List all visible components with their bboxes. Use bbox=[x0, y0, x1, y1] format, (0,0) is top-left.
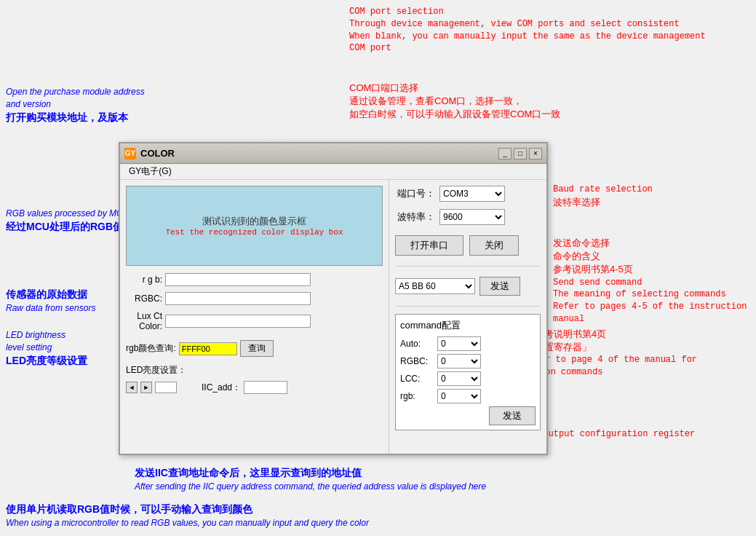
config-box: command配置 Auto: 0 1 RGBC: 0 1 bbox=[395, 314, 541, 430]
divider1 bbox=[395, 266, 541, 267]
config-auto-select[interactable]: 0 1 bbox=[437, 336, 481, 351]
color-query-input[interactable] bbox=[179, 342, 237, 355]
baud-select[interactable]: 9600 115200 4800 bbox=[439, 209, 505, 225]
send-button[interactable]: 发送 bbox=[480, 277, 520, 296]
config-rgbc-select[interactable]: 0 1 bbox=[437, 354, 481, 368]
window-title: COLOR bbox=[140, 148, 175, 159]
port-label: 端口号： bbox=[395, 187, 435, 200]
config-lcc-select[interactable]: 0 1 bbox=[437, 371, 481, 386]
baud-label: 波特率： bbox=[395, 210, 435, 224]
divider2 bbox=[395, 306, 541, 307]
title-controls: _ □ × bbox=[498, 148, 542, 159]
color-window: GY COLOR _ □ × GY电子(G) 测试识别到的颜色显示框 Test … bbox=[119, 142, 548, 455]
rgb-row: r g b: bbox=[126, 273, 383, 286]
iic-label: IIC_add： bbox=[202, 382, 241, 394]
scroll-left-btn[interactable]: ◄ bbox=[126, 382, 138, 393]
open-module-annotation: Open the purchase module address and ver… bbox=[6, 86, 145, 125]
rgb-input[interactable] bbox=[165, 273, 311, 286]
com-port-en1: Through device management, view COM port… bbox=[349, 18, 706, 31]
color-query-label: rgb颜色查询: bbox=[126, 342, 176, 355]
com-port-en2: When blank, you can manually input the s… bbox=[349, 31, 706, 43]
rgb-mcu-annotation: RGB values processed by MCU 经过MCU处理后的RGB… bbox=[6, 208, 129, 234]
iic-en: After sending the IIC query address comm… bbox=[135, 481, 486, 493]
window-icon: GY bbox=[124, 148, 136, 159]
config-rgbc-row: RGBC: 0 1 bbox=[400, 354, 536, 368]
open-module-cn: 打开购买模块地址，及版本 bbox=[6, 111, 145, 125]
color-display-en: Test the recognized color display box bbox=[165, 228, 343, 237]
led-setting-label: LED亮度设置： bbox=[126, 364, 383, 377]
config-rgb-row: rgb: 0 1 bbox=[400, 389, 536, 403]
title-bar: GY COLOR _ □ × bbox=[120, 143, 546, 164]
config-title: command配置 bbox=[400, 319, 536, 332]
rgbc-row: RGBC: bbox=[126, 292, 383, 305]
iic-annotation: 发送IIC查询地址命令后，这里显示查询到的地址值 After sending t… bbox=[135, 466, 486, 492]
close-serial-button[interactable]: 关闭 bbox=[469, 235, 519, 256]
rgb-label: r g b: bbox=[126, 275, 162, 285]
raw-data-en: Raw data from sensors bbox=[6, 302, 95, 315]
window-content: 测试识别到的颜色显示框 Test the recognized color di… bbox=[120, 180, 546, 454]
minimize-button[interactable]: _ bbox=[498, 148, 512, 159]
rgb-manual-cn: 使用单片机读取RGB值时候，可以手动输入查询到颜色 bbox=[6, 502, 369, 517]
rgb-manual-annotation: 使用单片机读取RGB值时候，可以手动输入查询到颜色 When using a m… bbox=[6, 502, 369, 529]
open-module-en2: and version bbox=[6, 98, 145, 111]
com-port-cn-title: COM口端口选择 bbox=[349, 82, 560, 95]
open-close-row: 打开串口 关闭 bbox=[395, 235, 541, 256]
rgb-mcu-en: RGB values processed by MCU bbox=[6, 208, 129, 220]
close-button[interactable]: × bbox=[529, 148, 542, 159]
lux-label: Lux Ct Color: bbox=[126, 311, 162, 331]
led-brightness-en1: LED brightness bbox=[6, 329, 87, 342]
scroll-track bbox=[155, 382, 177, 393]
com-port-annotation: COM port selection Through device manage… bbox=[349, 6, 706, 55]
com-port-cn2: 如空白时候，可以手动输入跟设备管理COM口一致 bbox=[349, 108, 560, 121]
rgb-manual-en: When using a microcontroller to read RGB… bbox=[6, 517, 369, 529]
title-bar-left: GY COLOR bbox=[124, 148, 175, 159]
iic-input[interactable] bbox=[244, 381, 287, 394]
port-row: 端口号： COM3 COM1 COM2 COM4 bbox=[395, 186, 541, 202]
com-port-en-title: COM port selection bbox=[349, 6, 706, 18]
menu-bar: GY电子(G) bbox=[120, 164, 546, 180]
right-panel: 端口号： COM3 COM1 COM2 COM4 波特率： 9600 11520… bbox=[389, 180, 546, 454]
restore-button[interactable]: □ bbox=[514, 148, 527, 159]
config-lcc-row: LCC: 0 1 bbox=[400, 371, 536, 386]
color-display-box: 测试识别到的颜色显示框 Test the recognized color di… bbox=[126, 186, 383, 266]
rgbc-input[interactable] bbox=[165, 292, 311, 305]
led-brightness-annotation: LED brightness level setting LED亮度等级设置 bbox=[6, 329, 87, 368]
config-rgb-select[interactable]: 0 1 bbox=[437, 389, 481, 403]
rgb-mcu-cn: 经过MCU处理后的RGB值 bbox=[6, 220, 129, 234]
lux-row: Lux Ct Color: bbox=[126, 311, 383, 331]
com-port-cn1: 通过设备管理，查看COM口，选择一致， bbox=[349, 95, 560, 108]
com-port-cn-annotation: COM口端口选择 通过设备管理，查看COM口，选择一致， 如空白时候，可以手动输… bbox=[349, 82, 560, 122]
scroll-right-btn[interactable]: ► bbox=[140, 382, 152, 393]
query-button[interactable]: 查询 bbox=[240, 340, 274, 357]
rgbc-label: RGBC: bbox=[126, 293, 162, 304]
baud-rate-annotation: Baud rate selection 波特率选择 bbox=[553, 184, 653, 209]
baud-rate-cn: 波特率选择 bbox=[553, 196, 653, 209]
color-query-row: rgb颜色查询: 查询 bbox=[126, 340, 383, 357]
scroll-row: ◄ ► IIC_add： bbox=[126, 381, 383, 394]
baud-row: 波特率： 9600 115200 4800 bbox=[395, 209, 541, 225]
menu-gy[interactable]: GY电子(G) bbox=[123, 164, 178, 179]
send-cmd-cn3: 参考说明书第4-5页 bbox=[553, 263, 756, 276]
led-brightness-cn: LED亮度等级设置 bbox=[6, 354, 87, 368]
left-panel: 测试识别到的颜色显示框 Test the recognized color di… bbox=[120, 180, 389, 454]
com-port-en3: COM port bbox=[349, 42, 706, 55]
config-auto-row: Auto: 0 1 bbox=[400, 336, 536, 351]
open-module-en1: Open the purchase module address bbox=[6, 86, 145, 98]
iic-cn: 发送IIC查询地址命令后，这里显示查询到的地址值 bbox=[135, 466, 486, 481]
send-command-select[interactable]: A5 BB 60 A5 BB 61 bbox=[395, 278, 475, 294]
config-send-button[interactable]: 发送 bbox=[489, 406, 536, 425]
config-rgb-label: rgb: bbox=[400, 391, 433, 401]
raw-data-cn: 传感器的原始数据 bbox=[6, 288, 95, 302]
config-rgbc-label: RGBC: bbox=[400, 356, 433, 366]
send-cmd-cn2: 命令的含义 bbox=[553, 250, 756, 263]
send-cmd-annotation: 发送命令选择 命令的含义 参考说明书第4-5页 Send send comman… bbox=[553, 237, 756, 326]
send-row: A5 BB 60 A5 BB 61 发送 bbox=[395, 277, 541, 296]
lux-input[interactable] bbox=[165, 315, 311, 328]
raw-data-annotation: 传感器的原始数据 Raw data from sensors bbox=[6, 288, 95, 314]
config-auto-label: Auto: bbox=[400, 339, 433, 349]
baud-rate-en: Baud rate selection bbox=[553, 184, 653, 196]
open-serial-button[interactable]: 打开串口 bbox=[395, 235, 463, 256]
send-cmd-en1: Send send command bbox=[553, 277, 756, 289]
port-select[interactable]: COM3 COM1 COM2 COM4 bbox=[439, 186, 505, 202]
send-cmd-cn1: 发送命令选择 bbox=[553, 237, 756, 250]
